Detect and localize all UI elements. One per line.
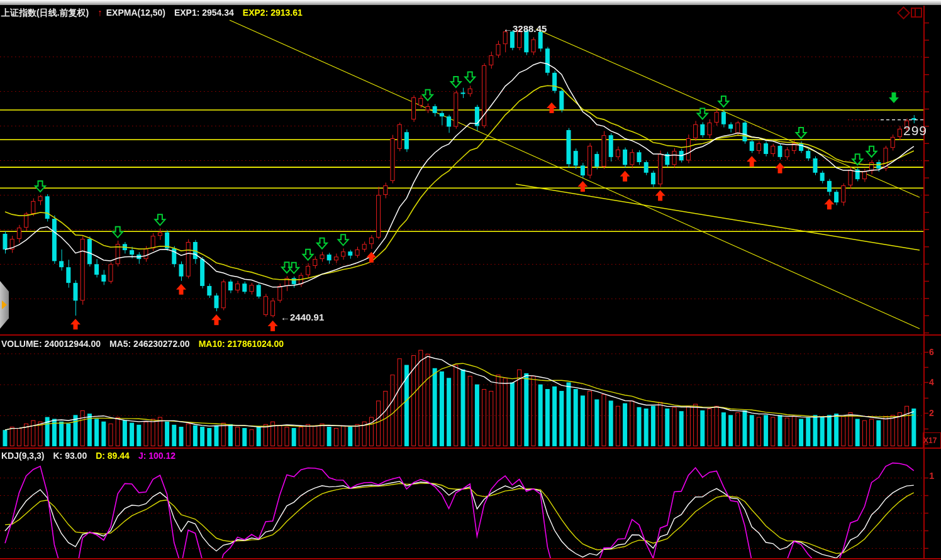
indicator-name: EXPMA(12,50) [106,8,165,18]
volume-axis-label-6: 6 [929,347,934,357]
kdj-j-value: J: 100.12 [138,451,175,461]
volume-axis-label-2: 2 [929,408,934,418]
kdj-header: KDJ(9,3,3) K: 93.00 D: 89.44 J: 100.12 [1,451,184,461]
window-top-edge [0,0,941,5]
instrument-title: 上证指数(日线.前复权) [1,8,89,19]
kdj-name: KDJ(9,3,3) [1,451,44,461]
volume-value: VOLUME: 240012944.00 [1,339,101,349]
volume-axis-label-4: 4 [929,377,934,387]
last-price-label: 299 [903,123,927,138]
trough-price-label: ←2440.91 [281,312,324,322]
peak-price-label: ←3288.45 [503,23,547,34]
exp1-value: EXP1: 2954.34 [174,8,234,18]
trading-terminal: 上证指数(日线.前复权) ↑ EXPMA(12,50) EXP1: 2954.3… [0,0,941,560]
kdj-k-value: K: 93.00 [53,451,87,461]
volume-ma5-value: MA5: 246230272.00 [109,339,190,349]
volume-ma10-value: MA10: 217861024.00 [199,339,284,349]
volume-header: VOLUME: 240012944.00 MA5: 246230272.00 M… [1,339,292,349]
kdj-d-value: D: 89.44 [96,451,130,461]
kdj-axis-label-100: 1 [929,470,934,481]
expand-arrow-icon [2,300,7,309]
split-window-icon[interactable] [911,8,922,18]
main-chart-header: 上证指数(日线.前复权) ↑ EXPMA(12,50) EXP1: 2954.3… [1,7,311,19]
exp2-value: EXP2: 2913.61 [243,8,303,18]
up-arrow-icon: ↑ [97,7,103,18]
volume-scale-box: X17 [923,432,941,448]
volume-scale-label: X17 [923,436,937,445]
chart-canvas[interactable] [0,0,941,560]
